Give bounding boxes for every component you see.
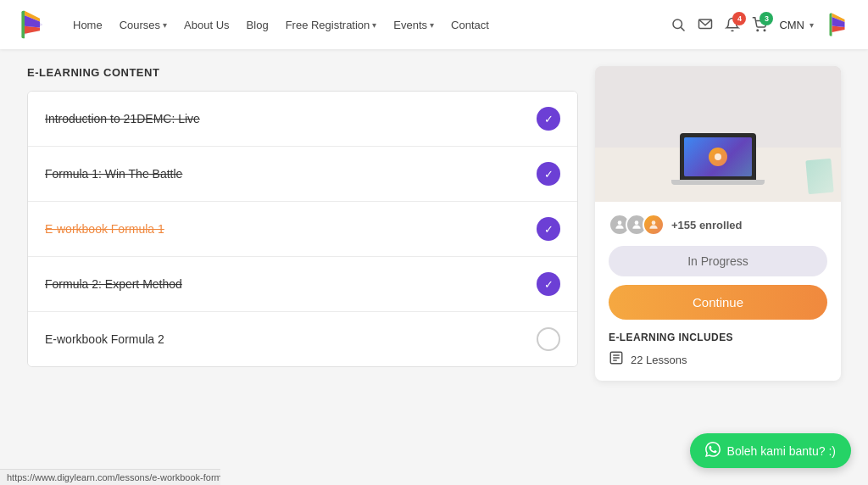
svg-point-7 [635,220,639,225]
status-button[interactable]: In Progress [609,246,827,276]
lesson-title: E-workbook Formula 2 [45,332,164,346]
check-icon: ✓ [537,162,560,186]
left-panel: E-LEARNING CONTENT Introduction to 21DEM… [27,66,578,381]
user-chevron-icon: ▾ [810,20,814,30]
chat-label: Boleh kami bantu? :) [727,444,836,458]
course-card: +155 enrolled In Progress Continue E-LEA… [595,66,841,381]
cart-button[interactable]: 3 [752,17,767,32]
nav-free-registration[interactable]: Free Registration ▾ [286,19,377,31]
svg-point-5 [765,30,766,31]
enrolled-row: +155 enrolled [609,214,827,236]
url-bar: https://www.digylearn.com/lessons/e-work… [0,469,220,485]
right-panel: +155 enrolled In Progress Continue E-LEA… [595,66,841,381]
table-row[interactable]: Formula 2: Expert Method ✓ [28,257,577,312]
table-row[interactable]: E-workbook Formula 2 [28,312,577,366]
events-chevron-icon: ▾ [430,20,434,30]
header-right: 4 3 CMN ▾ [670,12,851,37]
lessons-count: 22 Lessons [631,354,687,366]
nav-blog[interactable]: Blog [247,19,269,31]
nav-links: Home Courses ▾ About Us Blog Free Regist… [73,19,670,31]
user-label: CMN [779,19,804,31]
header: Home Courses ▾ About Us Blog Free Regist… [0,0,868,49]
check-icon: ✓ [537,217,560,241]
chat-bubble[interactable]: Boleh kami bantu? :) [690,433,851,468]
avatar-photo [643,214,665,236]
cart-badge: 3 [760,12,773,25]
nav-courses[interactable]: Courses ▾ [120,19,167,31]
svg-point-6 [618,220,622,225]
includes-title: E-LEARNING INCLUDES [609,332,827,343]
empty-check-icon [537,327,560,351]
svg-line-2 [682,27,685,31]
table-row[interactable]: Formula 1: Win The Battle ✓ [28,147,577,202]
notification-badge: 4 [732,12,746,25]
lesson-title-orange: E-workbook Formula 1 [45,222,164,236]
continue-button[interactable]: Continue [609,285,827,320]
section-title: E-LEARNING CONTENT [27,66,578,79]
svg-point-1 [673,20,682,29]
enrolled-text: +155 enrolled [671,219,742,231]
message-button[interactable] [698,17,713,32]
notifications-button[interactable]: 4 [725,17,740,32]
search-button[interactable] [670,17,686,32]
table-row[interactable]: E-workbook Formula 1 ✓ [28,202,577,257]
nav-contact[interactable]: Contact [451,19,489,31]
nav-events[interactable]: Events ▾ [393,19,434,31]
nav-about[interactable]: About Us [184,19,229,31]
logo[interactable] [17,9,47,40]
lesson-title: Introduction to 21DEMC: Live [45,112,200,125]
whatsapp-icon [705,442,721,460]
lessons-icon [609,350,624,369]
courses-chevron-icon: ▾ [163,20,167,30]
includes-row: 22 Lessons [609,350,827,369]
brand-logo-small[interactable] [826,12,851,37]
avatar-stack [609,214,665,236]
main-content: E-LEARNING CONTENT Introduction to 21DEM… [10,49,858,398]
user-menu[interactable]: CMN ▾ [779,19,814,31]
course-thumbnail [595,66,841,202]
card-info: +155 enrolled In Progress Continue E-LEA… [595,202,841,381]
nav-home[interactable]: Home [73,19,103,31]
svg-point-8 [652,220,656,225]
lesson-list: Introduction to 21DEMC: Live ✓ Formula 1… [27,91,578,367]
free-reg-chevron-icon: ▾ [372,20,376,30]
lesson-title: Formula 1: Win The Battle [45,167,182,181]
check-icon: ✓ [537,107,560,131]
check-icon: ✓ [537,272,560,296]
lesson-title: Formula 2: Expert Method [45,277,182,291]
svg-point-4 [757,30,759,31]
table-row[interactable]: Introduction to 21DEMC: Live ✓ [28,92,577,147]
